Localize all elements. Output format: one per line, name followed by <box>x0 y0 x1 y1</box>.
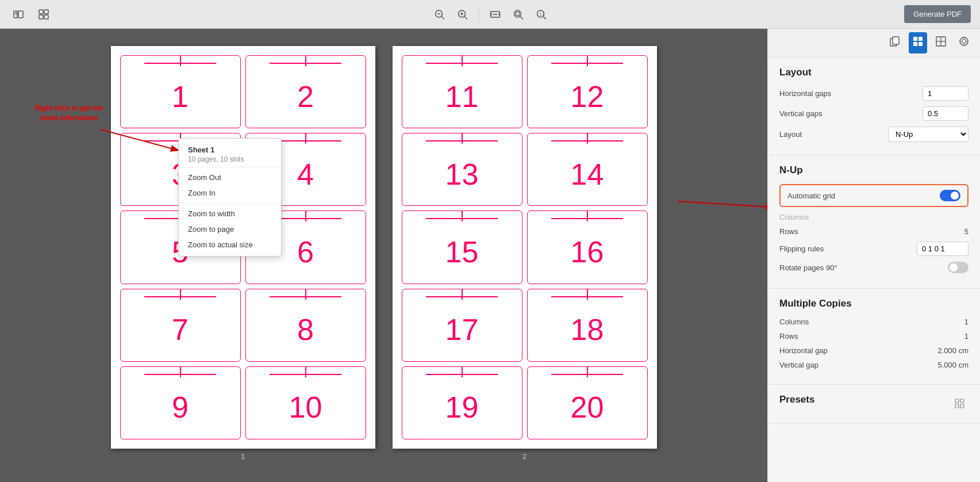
card-2: 2 <box>245 55 366 128</box>
page-2: 11 12 13 14 15 16 17 18 19 20 <box>393 46 657 449</box>
nup-section: N-Up Automatic grid Columns Rows 5 Flipp… <box>768 155 980 289</box>
automatic-grid-row: Automatic grid <box>779 184 969 207</box>
svg-rect-45 <box>960 404 964 408</box>
card-17: 17 <box>402 289 522 362</box>
context-menu-header: Sheet 1 <box>179 142 281 155</box>
context-menu-zoom-actual[interactable]: Zoom to actual size <box>179 237 281 253</box>
vertical-gaps-label: Vertical gaps <box>779 109 822 118</box>
mc-h-gap-label: Horizontal gap <box>779 346 828 355</box>
layout-row: Layout N-Up Grid Custom <box>779 127 969 142</box>
mc-h-gap-row: Horizontal gap 2.000 cm <box>779 346 969 355</box>
card-8: 8 <box>245 289 366 362</box>
toolbar: 1:1 Generate PDF <box>0 0 980 29</box>
mc-v-gap-value: 5.000 cm <box>938 361 969 369</box>
panel-top-icons <box>768 29 980 58</box>
mc-rows-row: Rows 1 <box>779 332 969 341</box>
context-menu-zoom-width[interactable]: Zoom to width <box>179 206 281 221</box>
mc-v-gap-label: Vertical gap <box>779 361 818 369</box>
zoom-to-width-btn[interactable] <box>486 5 504 24</box>
svg-rect-29 <box>913 37 917 41</box>
card-1: 1 <box>120 55 241 128</box>
panel-target-btn[interactable] <box>955 32 973 53</box>
svg-line-22 <box>543 17 545 19</box>
layout-label: Layout <box>779 130 802 139</box>
svg-rect-31 <box>913 42 917 46</box>
svg-line-14 <box>464 17 467 19</box>
nup-columns-row: Columns <box>779 213 969 221</box>
svg-point-37 <box>962 40 966 44</box>
card-11: 11 <box>402 55 522 128</box>
toolbar-right: Generate PDF <box>904 5 971 23</box>
svg-line-19 <box>520 17 522 19</box>
vertical-gaps-input[interactable] <box>923 106 969 121</box>
zoom-out-btn[interactable] <box>430 5 448 24</box>
svg-line-26 <box>678 201 767 207</box>
svg-line-10 <box>441 17 444 19</box>
layout-section-title: Layout <box>779 67 969 78</box>
context-menu-sub: 10 pages, 10 slots <box>179 155 281 167</box>
annotation-label: Right click to get the sheet information <box>34 104 103 123</box>
presets-grid-btn[interactable] <box>951 395 969 412</box>
card-14: 14 <box>527 133 648 206</box>
flipping-rules-label: Flipping rules <box>779 244 824 253</box>
svg-rect-30 <box>918 37 923 41</box>
card-12: 12 <box>527 55 648 128</box>
card-16: 16 <box>527 211 648 284</box>
panel-grid-btn[interactable] <box>909 32 927 53</box>
context-menu: Sheet 1 10 pages, 10 slots Zoom Out Zoom… <box>178 138 282 257</box>
rotate-pages-row: Rotate pages 90° <box>779 262 969 273</box>
vertical-gaps-row: Vertical gaps <box>779 106 969 121</box>
svg-rect-43 <box>960 399 964 403</box>
toolbar-center: 1:1 <box>430 5 550 24</box>
generate-pdf-btn[interactable]: Generate PDF <box>904 5 971 23</box>
context-menu-zoom-out[interactable]: Zoom Out <box>179 170 281 185</box>
nup-section-title: N-Up <box>779 165 969 176</box>
page-1-label: 1 <box>241 452 245 461</box>
svg-rect-0 <box>14 11 17 18</box>
rotate-pages-toggle[interactable] <box>948 262 969 273</box>
nup-columns-label: Columns <box>779 213 809 221</box>
layout-select[interactable]: N-Up Grid Custom <box>888 127 969 142</box>
context-menu-zoom-page[interactable]: Zoom to page <box>179 221 281 237</box>
card-9: 9 <box>120 366 241 439</box>
mc-rows-label: Rows <box>779 332 798 341</box>
svg-rect-42 <box>955 399 959 403</box>
layout-btn[interactable] <box>34 5 53 24</box>
nup-rows-label: Rows <box>779 227 798 236</box>
presets-title: Presets <box>779 394 814 406</box>
zoom-page-btn[interactable] <box>509 5 527 24</box>
page-2-label: 2 <box>522 452 526 461</box>
canvas-area[interactable]: Right click to get the sheet information <box>0 29 767 482</box>
context-menu-divider <box>179 203 281 204</box>
card-20: 20 <box>527 366 648 439</box>
context-menu-zoom-in[interactable]: Zoom In <box>179 185 281 201</box>
zoom-actual-btn[interactable]: 1:1 <box>532 5 550 24</box>
automatic-grid-toggle[interactable] <box>940 190 960 201</box>
nup-rows-value: 5 <box>964 227 969 236</box>
main-layout: Right click to get the sheet information <box>0 29 980 482</box>
mc-h-gap-value: 2.000 cm <box>938 346 969 355</box>
card-13: 13 <box>402 133 522 206</box>
nup-rows-row: Rows 5 <box>779 227 969 236</box>
svg-point-36 <box>960 37 968 45</box>
svg-point-17 <box>514 10 521 17</box>
svg-rect-44 <box>955 404 959 408</box>
card-18: 18 <box>527 289 648 362</box>
toolbar-divider <box>478 7 479 21</box>
mc-rows-value: 1 <box>964 332 969 341</box>
zoom-in-btn[interactable] <box>453 5 471 24</box>
svg-rect-32 <box>918 42 923 46</box>
mc-v-gap-row: Vertical gap 5.000 cm <box>779 361 969 369</box>
panel-copies-btn[interactable] <box>886 32 904 53</box>
sidebar-toggle-btn[interactable] <box>9 5 28 24</box>
svg-rect-7 <box>44 15 48 19</box>
panel-split-btn[interactable] <box>932 32 950 53</box>
svg-rect-1 <box>18 11 23 18</box>
automatic-grid-label: Automatic grid <box>787 192 835 200</box>
flipping-rules-input[interactable] <box>917 242 969 256</box>
svg-rect-18 <box>516 12 519 16</box>
flipping-rules-row: Flipping rules <box>779 242 969 256</box>
horizontal-gaps-row: Horizontal gaps <box>779 86 969 101</box>
svg-rect-5 <box>44 10 48 14</box>
horizontal-gaps-input[interactable] <box>923 86 969 101</box>
